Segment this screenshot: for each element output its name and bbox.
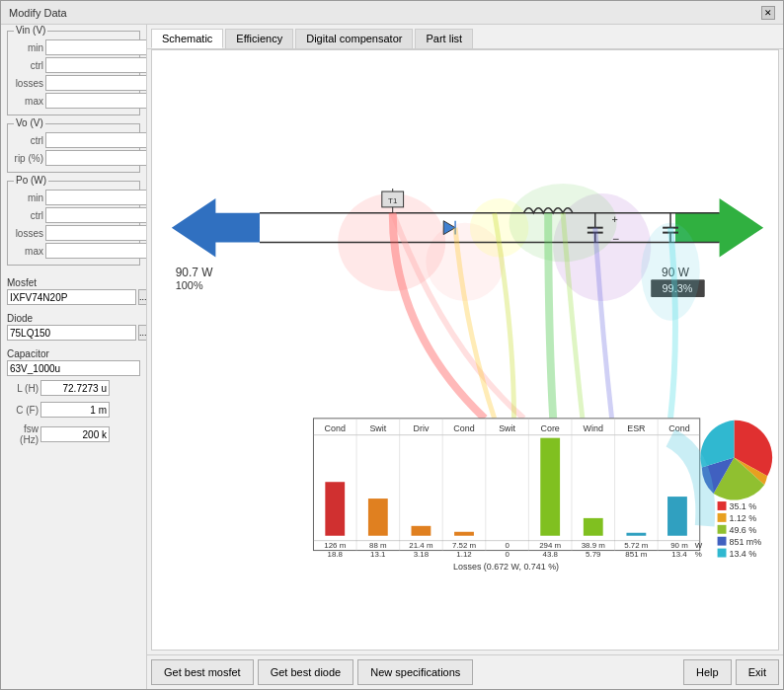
vin-label: Vin (V) (14, 25, 47, 36)
mosfet-group: Mosfet ... (7, 273, 140, 305)
tabs-bar: Schematic Efficiency Digital compensator… (147, 25, 783, 49)
svg-rect-55 (626, 533, 646, 536)
svg-rect-54 (584, 518, 603, 536)
tab-digital-compensator[interactable]: Digital compensator (295, 29, 413, 48)
vin-max-row: max (12, 93, 135, 109)
vo-rip-row: rip (%) (12, 150, 135, 166)
svg-text:21.4 m: 21.4 m (409, 541, 433, 550)
po-min-input[interactable] (45, 190, 147, 205)
schematic-svg: 90.7 W 100% 90 W 99.3% (152, 50, 778, 650)
vin-min-row: min (12, 39, 135, 55)
svg-text:ESR: ESR (627, 423, 646, 433)
svg-rect-79 (718, 501, 727, 510)
svg-text:Cond: Cond (668, 423, 689, 433)
vin-losses-input[interactable] (45, 75, 147, 91)
content-area: Vin (V) min ctrl losses max (1, 25, 783, 689)
vin-ctrl-input[interactable] (45, 57, 147, 73)
po-losses-input[interactable] (45, 225, 147, 241)
get-best-mosfet-button[interactable]: Get best mosfet (151, 659, 254, 685)
svg-text:90 m: 90 m (670, 541, 688, 550)
vo-ctrl-label: ctrl (12, 135, 43, 146)
svg-text:100%: 100% (176, 279, 203, 291)
tab-efficiency[interactable]: Efficiency (225, 29, 293, 48)
po-min-row: min (12, 190, 135, 205)
svg-rect-56 (667, 497, 687, 536)
svg-rect-83 (718, 525, 727, 534)
right-panel: Schematic Efficiency Digital compensator… (147, 25, 783, 689)
l-row: L (H) (7, 380, 140, 396)
svg-text:Cond: Cond (453, 423, 474, 433)
vo-group: Vo (V) ctrl rip (%) (7, 123, 140, 173)
vin-max-input[interactable] (45, 93, 147, 109)
svg-text:49.6 %: 49.6 % (729, 525, 756, 535)
svg-text:0: 0 (505, 541, 510, 550)
mosfet-input[interactable] (7, 289, 136, 305)
mosfet-btn[interactable]: ... (138, 289, 147, 305)
capacitor-label: Capacitor (7, 348, 140, 359)
vin-losses-label: losses (12, 78, 43, 89)
svg-rect-87 (718, 549, 727, 558)
svg-rect-50 (368, 498, 388, 536)
svg-text:−: − (613, 232, 620, 246)
po-ctrl-input[interactable] (45, 207, 147, 223)
svg-text:5.72 m: 5.72 m (624, 541, 649, 550)
svg-text:13.1: 13.1 (370, 551, 386, 560)
close-button[interactable]: ✕ (761, 6, 775, 20)
window-title: Modify Data (9, 7, 67, 19)
svg-text:851 m: 851 m (625, 551, 647, 560)
tab-part-list[interactable]: Part list (415, 29, 473, 48)
help-button[interactable]: Help (683, 659, 732, 685)
svg-text:%: % (695, 551, 702, 560)
svg-text:851 m%: 851 m% (729, 537, 761, 547)
diode-label: Diode (7, 313, 140, 324)
vin-min-input[interactable] (45, 39, 147, 55)
vo-rip-input[interactable] (45, 150, 147, 166)
get-best-diode-button[interactable]: Get best diode (258, 659, 354, 685)
svg-rect-52 (454, 532, 474, 536)
c-input[interactable] (40, 402, 110, 418)
po-label: Po (W) (14, 175, 48, 186)
svg-text:W: W (695, 541, 703, 550)
new-specifications-button[interactable]: New specifications (357, 659, 473, 685)
capacitor-input[interactable] (7, 360, 140, 376)
fsw-input[interactable] (40, 426, 110, 442)
svg-text:18.8: 18.8 (328, 551, 344, 560)
schematic-area: 90.7 W 100% 90 W 99.3% (151, 49, 779, 651)
diode-input[interactable] (7, 325, 136, 341)
svg-text:1.12 %: 1.12 % (729, 513, 756, 523)
l-input[interactable] (40, 380, 110, 396)
svg-text:Swit: Swit (369, 423, 386, 433)
vin-ctrl-label: ctrl (12, 60, 43, 71)
po-max-input[interactable] (45, 243, 147, 259)
diode-row: ... (7, 325, 140, 341)
svg-text:7.52 m: 7.52 m (452, 541, 477, 550)
svg-text:Swit: Swit (499, 423, 515, 433)
po-max-row: max (12, 243, 135, 259)
vo-ctrl-input[interactable] (45, 132, 147, 148)
svg-text:90.7 W: 90.7 W (176, 266, 213, 279)
tab-schematic[interactable]: Schematic (151, 29, 223, 48)
svg-text:126 m: 126 m (324, 541, 346, 550)
po-ctrl-label: ctrl (12, 210, 43, 221)
svg-text:Wind: Wind (584, 423, 603, 433)
svg-rect-81 (718, 513, 727, 522)
po-losses-row: losses (12, 225, 135, 241)
mosfet-row: ... (7, 289, 140, 305)
svg-text:38.9 m: 38.9 m (582, 541, 606, 550)
svg-text:13.4: 13.4 (671, 551, 687, 560)
svg-text:5.79: 5.79 (586, 551, 601, 560)
vin-min-label: min (12, 42, 43, 53)
l-label: L (H) (7, 383, 39, 394)
svg-text:+: + (612, 213, 618, 225)
vo-ctrl-row: ctrl (12, 132, 135, 148)
po-ctrl-row: ctrl (12, 207, 135, 223)
diode-group: Diode ... (7, 309, 140, 341)
capacitor-group: Capacitor (7, 345, 140, 376)
diode-btn[interactable]: ... (138, 325, 147, 341)
vin-group: Vin (V) min ctrl losses max (7, 31, 140, 115)
svg-rect-51 (412, 526, 431, 536)
vin-ctrl-row: ctrl (12, 57, 135, 73)
po-min-label: min (12, 192, 43, 203)
svg-text:294 m: 294 m (539, 541, 561, 550)
exit-button[interactable]: Exit (736, 659, 779, 685)
